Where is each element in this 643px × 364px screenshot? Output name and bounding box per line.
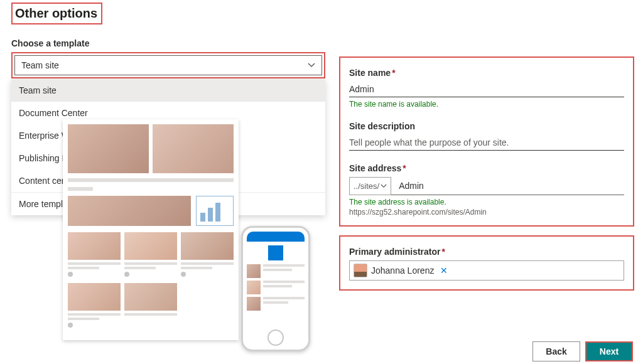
site-name-helper: The site name is available.	[349, 100, 624, 109]
chevron-down-icon	[381, 184, 387, 188]
next-button[interactable]: Next	[585, 341, 633, 361]
page-heading: Other options	[11, 3, 102, 24]
admin-label: Primary administrator*	[349, 247, 624, 257]
site-address-prefix-select[interactable]: ../sites/	[349, 177, 391, 195]
admin-section: Primary administrator* Johanna Lorenz ✕	[339, 235, 634, 291]
admin-people-picker[interactable]: Johanna Lorenz ✕	[349, 260, 624, 281]
site-address-label: Site address*	[349, 163, 624, 173]
admin-person-name: Johanna Lorenz	[371, 265, 434, 276]
site-name-label: Site name*	[349, 68, 624, 78]
avatar	[354, 264, 367, 277]
remove-person-icon[interactable]: ✕	[438, 265, 450, 276]
site-details-section: Site name* The site name is available. S…	[339, 56, 634, 227]
template-label: Choose a template	[11, 38, 325, 48]
chevron-down-icon	[308, 63, 315, 68]
template-select[interactable]: Team site	[14, 55, 322, 75]
site-address-prefix-value: ../sites/	[354, 181, 379, 191]
site-address-full-url: https://szg52.sharepoint.com/sites/Admin	[349, 208, 624, 217]
template-selected-value: Team site	[21, 60, 59, 70]
template-preview	[63, 119, 270, 345]
site-description-input[interactable]	[349, 135, 624, 151]
site-address-input[interactable]	[399, 181, 624, 191]
template-option[interactable]: Team site	[11, 79, 325, 102]
site-description-label: Site description	[349, 121, 624, 131]
back-button[interactable]: Back	[532, 341, 580, 361]
site-address-helper: The site address is available.	[349, 198, 624, 206]
site-name-input[interactable]	[349, 82, 624, 97]
